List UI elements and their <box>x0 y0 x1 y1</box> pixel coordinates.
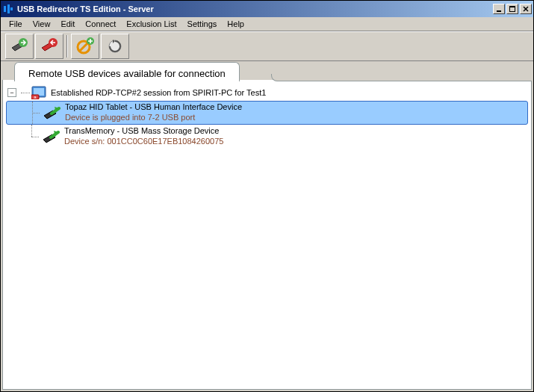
svg-rect-2 <box>10 7 13 10</box>
svg-rect-3 <box>497 10 501 12</box>
menubar: File View Edit Connect Exclusion List Se… <box>1 17 533 31</box>
titlebar: USB Redirector TS Edition - Server <box>1 1 533 17</box>
device-detail: Device is plugged into 7-2 USB port <box>65 113 242 123</box>
window-controls <box>491 4 532 14</box>
device-name: Topaz HID Tablet - USB Human Interface D… <box>65 102 242 113</box>
device-row-selected[interactable]: Topaz HID Tablet - USB Human Interface D… <box>6 101 528 125</box>
expander-button[interactable]: − <box>7 88 16 97</box>
session-icon: a <box>31 86 46 99</box>
maximize-button[interactable] <box>506 4 518 14</box>
toolbar <box>1 31 533 61</box>
session-label: Established RDP-TCP#2 session from SPIRI… <box>51 88 266 97</box>
client-area: Remote USB devices available for connect… <box>2 61 532 390</box>
device-row[interactable]: TransMemory - USB Mass Storage Device De… <box>3 125 531 149</box>
window-title: USB Redirector TS Edition - Server <box>17 4 491 13</box>
menu-file[interactable]: File <box>4 18 28 30</box>
tab-pane: − a Established RDP-TCP#2 session from S… <box>2 80 532 390</box>
menu-edit[interactable]: Edit <box>55 18 80 30</box>
tab-remote-devices[interactable]: Remote USB devices available for connect… <box>14 62 240 81</box>
menu-settings[interactable]: Settings <box>182 18 223 30</box>
svg-rect-5 <box>509 6 515 7</box>
tab-label: Remote USB devices available for connect… <box>28 68 226 79</box>
menu-connect[interactable]: Connect <box>80 18 121 30</box>
svg-rect-0 <box>4 6 6 12</box>
menu-exclusion-list[interactable]: Exclusion List <box>121 18 181 30</box>
session-row[interactable]: − a Established RDP-TCP#2 session from S… <box>3 84 531 101</box>
svg-line-11 <box>79 43 88 52</box>
toolbar-disconnect-button[interactable] <box>35 34 63 59</box>
usb-device-icon <box>41 104 60 122</box>
device-name: TransMemory - USB Mass Storage Device <box>64 126 223 137</box>
app-icon <box>2 3 14 15</box>
toolbar-add-exclusion-button[interactable] <box>71 34 99 59</box>
menu-view[interactable]: View <box>28 18 56 30</box>
tree-branch <box>26 102 41 124</box>
tree-connector <box>21 93 30 93</box>
close-button[interactable] <box>520 4 532 14</box>
toolbar-refresh-button[interactable] <box>101 34 129 59</box>
device-detail: Device s/n: 001CC0C60E17EB1084260075 <box>64 137 223 147</box>
svg-rect-1 <box>7 4 10 13</box>
device-tree[interactable]: − a Established RDP-TCP#2 session from S… <box>3 84 531 149</box>
menu-help[interactable]: Help <box>222 18 249 30</box>
tab-strip-border <box>271 74 532 81</box>
tab-strip: Remote USB devices available for connect… <box>2 61 532 81</box>
toolbar-connect-button[interactable] <box>5 34 34 59</box>
device-text: Topaz HID Tablet - USB Human Interface D… <box>65 102 242 123</box>
usb-device-icon <box>40 128 60 146</box>
expander-glyph: − <box>10 90 13 96</box>
tree-branch <box>25 125 40 149</box>
device-text: TransMemory - USB Mass Storage Device De… <box>64 126 223 147</box>
minimize-button[interactable] <box>493 4 505 14</box>
toolbar-separator <box>66 35 68 57</box>
